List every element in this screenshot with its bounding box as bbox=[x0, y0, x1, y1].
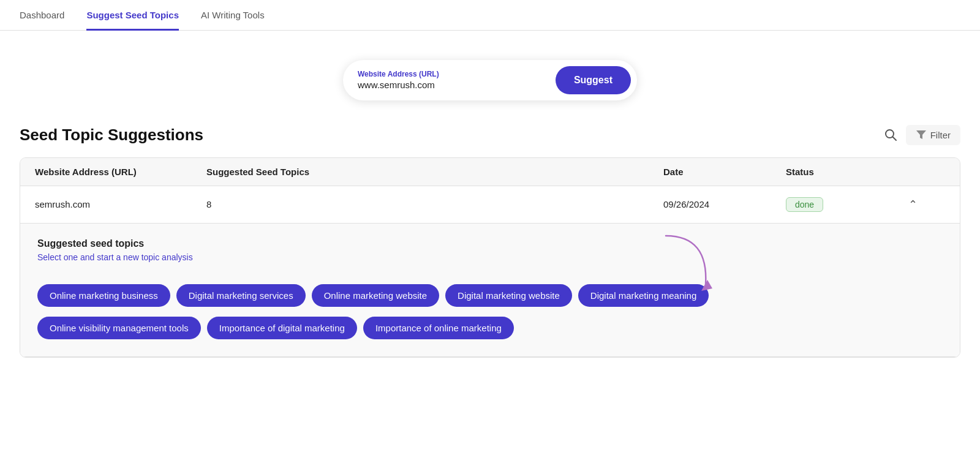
chip-7[interactable]: Importance of online marketing bbox=[363, 317, 514, 339]
chip-0[interactable]: Online marketing business bbox=[37, 284, 170, 307]
url-input-box: Website Address (URL) Suggest bbox=[343, 60, 637, 100]
col-status: Status bbox=[786, 167, 908, 177]
url-input[interactable] bbox=[358, 80, 517, 90]
svg-line-1 bbox=[892, 137, 896, 141]
chip-4[interactable]: Digital marketing meaning bbox=[578, 284, 709, 307]
table-header: Website Address (URL) Suggested Seed Top… bbox=[20, 158, 960, 186]
row-status: done bbox=[786, 197, 908, 212]
tab-dashboard[interactable]: Dashboard bbox=[20, 0, 64, 31]
expand-toggle[interactable]: ⌃ bbox=[908, 198, 945, 211]
expanded-link[interactable]: Select one and start a new topic analysi… bbox=[37, 252, 193, 262]
filter-button[interactable]: Filter bbox=[906, 125, 960, 145]
expanded-title: Suggested seed topics bbox=[37, 238, 943, 249]
chip-5[interactable]: Online visibility management tools bbox=[37, 317, 201, 339]
chips-row-1: Online marketing business Digital market… bbox=[37, 284, 943, 307]
chip-1[interactable]: Digital marketing services bbox=[176, 284, 306, 307]
row-date: 09/26/2024 bbox=[663, 199, 786, 209]
table-row: semrush.com 8 09/26/2024 done ⌃ bbox=[20, 186, 960, 224]
table-container: Website Address (URL) Suggested Seed Top… bbox=[20, 157, 960, 358]
filter-icon bbox=[916, 130, 927, 140]
row-url: semrush.com bbox=[35, 199, 206, 209]
col-actions bbox=[908, 167, 945, 177]
tab-suggest-seed-topics[interactable]: Suggest Seed Topics bbox=[86, 0, 179, 31]
col-topics: Suggested Seed Topics bbox=[206, 167, 663, 177]
nav-tabs: Dashboard Suggest Seed Topics AI Writing… bbox=[0, 0, 980, 31]
chip-3[interactable]: Digital marketing website bbox=[445, 284, 572, 307]
url-input-group: Website Address (URL) bbox=[358, 70, 546, 90]
status-badge: done bbox=[786, 197, 823, 212]
main-content: Seed Topic Suggestions Filter Website Ad… bbox=[0, 125, 980, 377]
col-date: Date bbox=[663, 167, 786, 177]
chip-6[interactable]: Importance of digital marketing bbox=[207, 317, 357, 339]
col-url: Website Address (URL) bbox=[35, 167, 206, 177]
svg-marker-2 bbox=[916, 130, 926, 139]
search-button[interactable] bbox=[884, 128, 897, 141]
header-actions: Filter bbox=[884, 125, 960, 145]
row-topics-count: 8 bbox=[206, 199, 663, 209]
expanded-section: Suggested seed topics Select one and sta… bbox=[20, 224, 960, 357]
section-title: Seed Topic Suggestions bbox=[20, 126, 203, 145]
section-header: Seed Topic Suggestions Filter bbox=[20, 125, 960, 145]
url-section: Website Address (URL) Suggest bbox=[0, 31, 980, 125]
tab-ai-writing-tools[interactable]: AI Writing Tools bbox=[201, 0, 265, 31]
search-icon bbox=[884, 128, 897, 141]
filter-label: Filter bbox=[930, 130, 951, 140]
url-field-label: Website Address (URL) bbox=[358, 70, 546, 78]
chips-row-2: Online visibility management tools Impor… bbox=[37, 317, 943, 339]
suggest-button[interactable]: Suggest bbox=[556, 66, 631, 94]
chip-2[interactable]: Online marketing website bbox=[312, 284, 439, 307]
